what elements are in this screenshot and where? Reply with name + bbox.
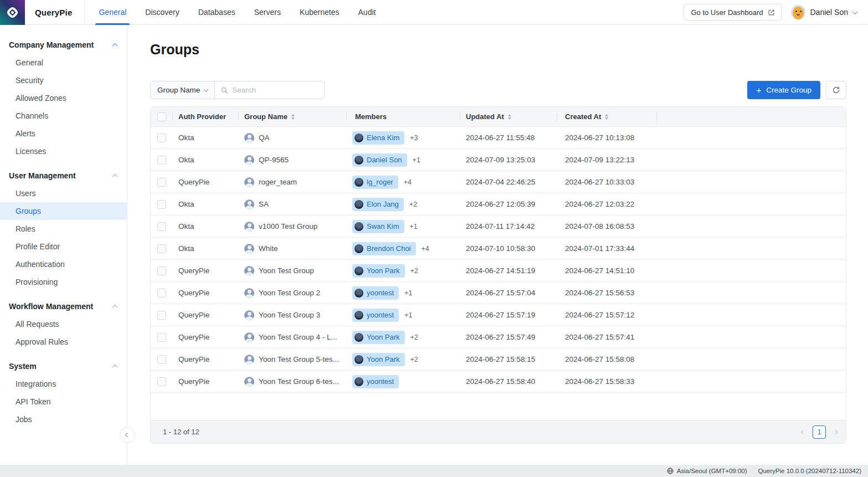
member-badge[interactable]: lg_roger — [352, 176, 398, 189]
table-row[interactable]: Okta QA Elena Kim +3 2024-06-27 11:55:48… — [151, 127, 846, 149]
member-badge[interactable]: Swan Kim — [352, 220, 404, 233]
group-avatar-icon — [244, 222, 254, 232]
header-group-name[interactable]: Group Name — [239, 107, 347, 126]
sidebar-item-roles[interactable]: Roles — [0, 220, 127, 238]
tab-discovery[interactable]: Discovery — [136, 0, 188, 25]
header-created-at[interactable]: Created At — [557, 107, 657, 126]
select-all-checkbox[interactable] — [157, 112, 166, 121]
member-badge[interactable]: Yoon Park — [352, 353, 405, 366]
sidebar-item-licenses[interactable]: Licenses — [0, 142, 127, 160]
member-badge[interactable]: yoontest — [352, 375, 399, 388]
user-menu[interactable]: Daniel Son — [791, 5, 857, 19]
table-row[interactable]: QueryPie Yoon Test Group 5-tes... Yoon P… — [151, 348, 846, 371]
member-badge[interactable]: Yoon Park — [352, 331, 405, 344]
sidebar-item-provisioning[interactable]: Provisioning — [0, 273, 127, 291]
sidebar-item-jobs[interactable]: Jobs — [0, 411, 127, 428]
member-badge[interactable]: Elena Kim — [352, 131, 404, 145]
member-avatar-icon — [355, 244, 363, 253]
group-avatar-icon — [244, 199, 254, 209]
created-at-cell: 2024-07-08 16:08:53 — [557, 216, 657, 237]
create-group-button[interactable]: + Create Group — [747, 81, 820, 99]
search-input[interactable] — [232, 86, 319, 94]
created-at-cell: 2024-07-09 13:22:13 — [557, 149, 657, 171]
member-badge[interactable]: yoontest — [352, 309, 399, 322]
table-row[interactable]: Okta White Brendon Choi +4 2024-07-10 10… — [151, 238, 846, 260]
row-checkbox-cell — [151, 171, 173, 193]
table-row[interactable]: QueryPie Yoon Test Group 2 yoontest +1 2… — [151, 282, 846, 304]
row-checkbox-cell — [151, 238, 173, 259]
row-checkbox[interactable] — [157, 333, 166, 342]
navbar-divider — [84, 0, 85, 25]
row-checkbox[interactable] — [157, 134, 166, 142]
auth-provider-cell: QueryPie — [173, 326, 239, 348]
sidebar-item-groups[interactable]: Groups — [0, 202, 127, 220]
table-row[interactable]: QueryPie Yoon Test Group 3 yoontest +1 2… — [151, 304, 846, 326]
table-row[interactable]: QueryPie Yoon Test Group Yoon Park +2 20… — [151, 260, 846, 282]
row-checkbox[interactable] — [157, 289, 166, 298]
sidebar-item-approval-rules[interactable]: Approval Rules — [0, 333, 127, 351]
members-cell: yoontest +1 — [347, 282, 460, 304]
row-checkbox[interactable] — [157, 200, 166, 209]
sidebar-item-authentication[interactable]: Authentication — [0, 255, 127, 273]
row-checkbox[interactable] — [157, 377, 166, 386]
member-badge[interactable]: Elon Jang — [352, 198, 404, 211]
sidebar-item-alerts[interactable]: Alerts — [0, 125, 127, 142]
tab-databases[interactable]: Databases — [189, 0, 245, 25]
created-at-cell: 2024-06-27 15:58:33 — [557, 371, 657, 392]
tab-general[interactable]: General — [89, 0, 136, 25]
table-row[interactable]: QueryPie Yoon Test Group 4 - L... Yoon P… — [151, 326, 846, 348]
row-checkbox[interactable] — [157, 222, 166, 231]
member-badge[interactable]: Daniel Son — [352, 153, 407, 167]
header-updated-at[interactable]: Updated At — [460, 107, 557, 126]
next-page-button[interactable] — [834, 430, 837, 434]
row-checkbox[interactable] — [157, 244, 166, 253]
page-number-button[interactable]: 1 — [813, 425, 826, 439]
sidebar-item-allowed-zones[interactable]: Allowed Zones — [0, 89, 127, 107]
row-checkbox[interactable] — [157, 178, 166, 187]
group-avatar-icon — [244, 133, 254, 143]
sidebar-item-integrations[interactable]: Integrations — [0, 375, 127, 393]
sidebar-item-general[interactable]: General — [0, 54, 127, 71]
updated-at-cell: 2024-06-27 15:57:19 — [460, 304, 557, 326]
sidebar-section-system[interactable]: System — [0, 357, 127, 375]
member-badge[interactable]: Yoon Park — [352, 264, 405, 278]
dashboard-button-label: Go to User Dashboard — [691, 8, 763, 17]
top-navbar: QueryPie GeneralDiscoveryDatabasesServer… — [0, 0, 868, 25]
table-row[interactable]: Okta v1000 Test Group Swan Kim +1 2024-0… — [151, 216, 846, 238]
table-row[interactable]: Okta SA Elon Jang +2 2024-06-27 12:05:39… — [151, 193, 846, 216]
tab-audit[interactable]: Audit — [349, 0, 386, 25]
member-badge[interactable]: Brendon Choi — [352, 242, 416, 255]
sidebar-item-security[interactable]: Security — [0, 71, 127, 89]
row-checkbox[interactable] — [157, 156, 166, 165]
table-header-row: Auth Provider Group Name Members Updated… — [151, 107, 846, 127]
tab-servers[interactable]: Servers — [245, 0, 290, 25]
row-checkbox[interactable] — [157, 266, 166, 275]
refresh-button[interactable] — [826, 81, 846, 99]
sidebar-item-channels[interactable]: Channels — [0, 107, 127, 125]
member-avatar-icon — [355, 355, 363, 364]
table-row[interactable]: QueryPie roger_team lg_roger +4 2024-07-… — [151, 171, 846, 193]
sidebar-section-workflow-management[interactable]: Workflow Management — [0, 298, 127, 315]
sidebar-item-api-token[interactable]: API Token — [0, 393, 127, 411]
filter-field-select[interactable]: Group Name — [151, 81, 215, 99]
go-to-user-dashboard-button[interactable]: Go to User Dashboard — [684, 4, 782, 20]
row-checkbox[interactable] — [157, 311, 166, 320]
group-avatar-icon — [244, 377, 254, 387]
group-avatar-icon — [244, 177, 254, 187]
group-name-cell: SA — [239, 193, 347, 215]
row-checkbox[interactable] — [157, 355, 166, 364]
table-row[interactable]: QueryPie Yoon Test Group 6-tes... yoonte… — [151, 371, 846, 393]
sidebar-section-user-management[interactable]: User Management — [0, 167, 127, 184]
sidebar-item-users[interactable]: Users — [0, 184, 127, 202]
prev-page-button[interactable] — [802, 430, 805, 434]
querypie-logo-icon[interactable] — [0, 0, 25, 25]
row-checkbox-cell — [151, 348, 173, 370]
sidebar-collapse-button[interactable] — [120, 427, 135, 443]
tab-kubernetes[interactable]: Kubernetes — [290, 0, 349, 25]
member-badge[interactable]: yoontest — [352, 286, 399, 300]
table-row[interactable]: Okta QP-9565 Daniel Son +1 2024-07-09 13… — [151, 149, 846, 171]
sidebar-item-all-requests[interactable]: All Requests — [0, 315, 127, 333]
sidebar-item-profile-editor[interactable]: Profile Editor — [0, 238, 127, 255]
chevron-up-icon — [112, 364, 118, 370]
sidebar-section-company-management[interactable]: Company Management — [0, 36, 127, 54]
